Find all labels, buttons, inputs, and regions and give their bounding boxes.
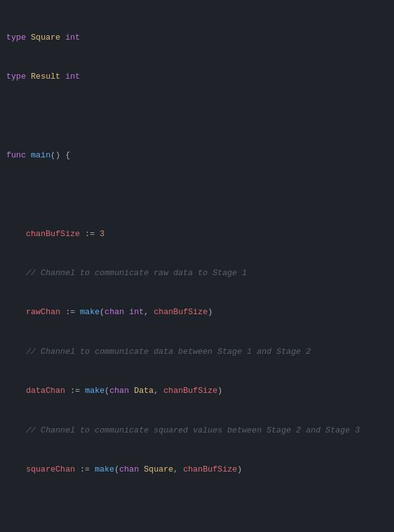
line-7: // Channel to communicate raw data to St… [6, 267, 388, 280]
line-3 [6, 110, 388, 123]
line-10: dataChan := make(chan Data, chanBufSize) [6, 385, 388, 398]
line-8: rawChan := make(chan int, chanBufSize) [6, 306, 388, 319]
line-13 [6, 502, 388, 516]
code-editor: type Square int type Result int func mai… [0, 0, 394, 532]
line-1: type Square int [6, 31, 388, 45]
line-2: type Result int [6, 71, 388, 84]
line-11: // Channel to communicate squared values… [6, 424, 388, 438]
line-9: // Channel to communicate data between S… [6, 346, 388, 359]
line-5 [6, 188, 388, 201]
line-6: chanBufSize := 3 [6, 228, 388, 241]
line-12: squareChan := make(chan Square, chanBufS… [6, 463, 388, 477]
line-4: func main() { [6, 149, 388, 162]
